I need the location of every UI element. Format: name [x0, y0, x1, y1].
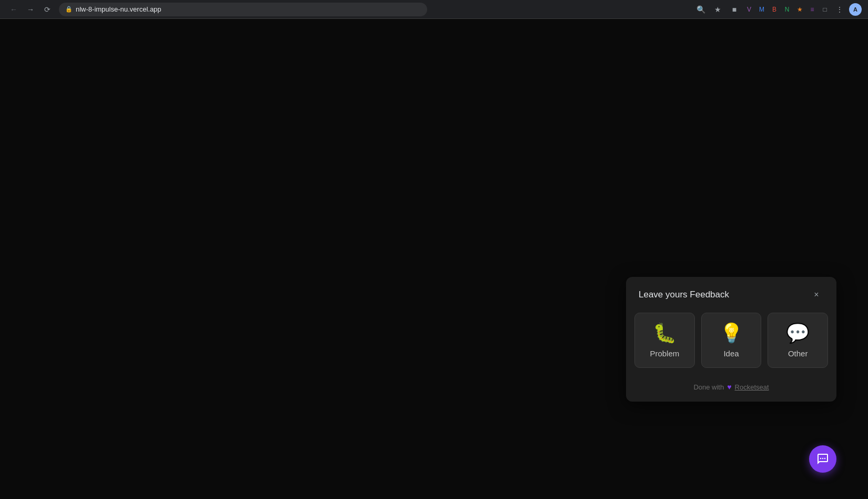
other-label: Other	[788, 349, 808, 358]
feedback-option-other[interactable]: 💬 Other	[768, 313, 828, 368]
other-emoji: 💬	[786, 324, 810, 343]
feedback-footer: Done with ♥ Rocketseat	[626, 376, 836, 402]
svg-point-2	[824, 458, 825, 459]
problem-emoji: 🐛	[653, 324, 677, 343]
heart-icon: ♥	[727, 383, 731, 391]
idea-emoji: 💡	[720, 324, 743, 343]
footer-brand-link[interactable]: Rocketseat	[735, 383, 769, 391]
extensions-icon[interactable]: ■	[727, 2, 742, 17]
ext-icon-3[interactable]: B	[769, 4, 780, 15]
feedback-widget: Leave yours Feedback × 🐛 Problem 💡 Idea …	[626, 277, 836, 402]
menu-icon[interactable]: ⋮	[832, 2, 847, 17]
forward-button[interactable]: →	[23, 2, 38, 17]
bookmark-icon[interactable]: ★	[710, 2, 725, 17]
ext-icon-2[interactable]: M	[756, 4, 767, 15]
back-button[interactable]: ←	[6, 2, 21, 17]
chat-icon	[816, 453, 829, 465]
svg-point-1	[822, 458, 823, 459]
feedback-title: Leave yours Feedback	[639, 290, 729, 300]
idea-label: Idea	[723, 349, 739, 358]
browser-chrome: ← → ⟳ 🔒 nlw-8-impulse-nu.vercel.app 🔍 ★ …	[0, 0, 868, 19]
page-content: Leave yours Feedback × 🐛 Problem 💡 Idea …	[0, 19, 868, 499]
svg-point-0	[820, 458, 821, 459]
ext-icon-7[interactable]: □	[820, 4, 830, 15]
problem-label: Problem	[650, 349, 679, 358]
footer-text: Done with	[693, 383, 724, 391]
feedback-options: 🐛 Problem 💡 Idea 💬 Other	[626, 311, 836, 376]
close-button[interactable]: ×	[809, 287, 824, 302]
feedback-option-idea[interactable]: 💡 Idea	[701, 313, 762, 368]
url-text: nlw-8-impulse-nu.vercel.app	[76, 5, 162, 13]
nav-buttons: ← → ⟳	[6, 2, 55, 17]
ext-icon-5[interactable]: ★	[794, 4, 805, 15]
feedback-option-problem[interactable]: 🐛 Problem	[634, 313, 695, 368]
lock-icon: 🔒	[65, 6, 73, 13]
ext-icon-4[interactable]: N	[782, 4, 792, 15]
address-bar[interactable]: 🔒 nlw-8-impulse-nu.vercel.app	[59, 3, 427, 16]
feedback-header: Leave yours Feedback ×	[626, 277, 836, 311]
floating-chat-button[interactable]	[809, 445, 836, 473]
profile-avatar[interactable]: A	[849, 3, 862, 16]
ext-icon-1[interactable]: V	[744, 4, 754, 15]
reload-button[interactable]: ⟳	[40, 2, 55, 17]
ext-icon-6[interactable]: ≡	[807, 4, 817, 15]
search-icon[interactable]: 🔍	[693, 2, 708, 17]
browser-actions: 🔍 ★ ■ V M B N ★ ≡ □ ⋮ A	[693, 2, 862, 17]
